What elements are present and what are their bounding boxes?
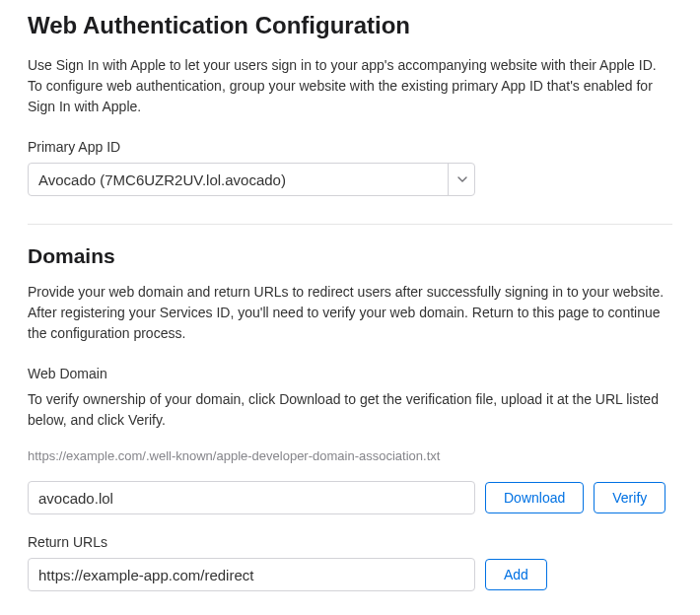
domains-heading: Domains [28, 244, 672, 268]
verify-button[interactable]: Verify [594, 482, 665, 513]
primary-app-id-label: Primary App ID [28, 139, 672, 155]
domains-description: Provide your web domain and return URLs … [28, 282, 672, 344]
page-title: Web Authentication Configuration [28, 12, 672, 39]
section-divider [28, 224, 672, 225]
add-button[interactable]: Add [485, 559, 547, 590]
web-domain-label: Web Domain [28, 366, 672, 381]
return-urls-label: Return URLs [28, 534, 672, 550]
page-description: Use Sign In with Apple to let your users… [28, 55, 672, 117]
download-button[interactable]: Download [485, 482, 584, 513]
verification-file-url: https://example.com/.well-known/apple-de… [28, 448, 672, 463]
web-domain-input[interactable] [28, 481, 475, 514]
primary-app-id-select[interactable]: Avocado (7MC6UZR2UV.lol.avocado) [28, 163, 475, 196]
return-urls-input[interactable] [28, 558, 475, 591]
web-domain-instructions: To verify ownership of your domain, clic… [28, 389, 672, 431]
